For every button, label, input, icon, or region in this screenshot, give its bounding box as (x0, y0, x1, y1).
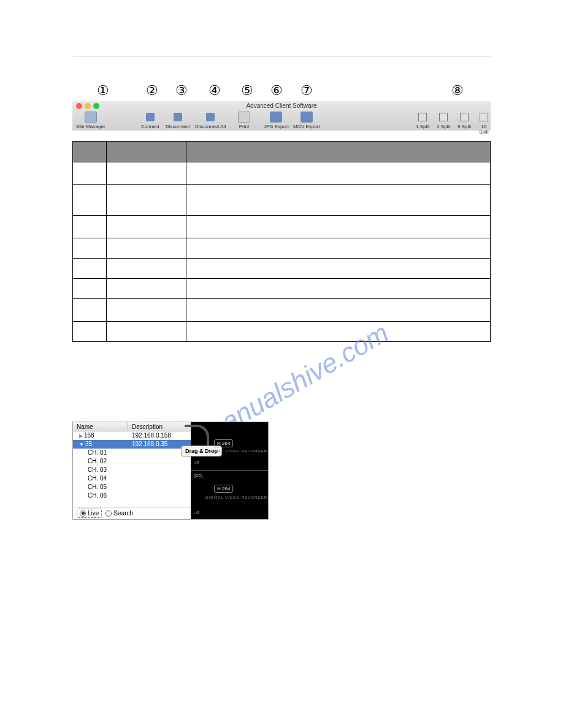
mov-export-button[interactable]: MOV Export (293, 112, 320, 129)
mode-radio-row: Live Search (73, 507, 191, 519)
col-description: Description (128, 422, 191, 431)
split-9-icon (460, 113, 469, 121)
codec-badge: H.264 (214, 439, 233, 447)
connect-label: Connect (141, 124, 159, 129)
table-row (73, 238, 490, 258)
print-label: Print (238, 124, 250, 129)
site-row-desc: 192.168.0.158 (128, 431, 191, 440)
callout-3: ③ (175, 83, 188, 99)
split-4-button[interactable]: 4 Split (437, 112, 450, 129)
site-manager-icon (85, 112, 97, 123)
table-row (73, 258, 490, 278)
off-label: off (194, 460, 199, 464)
window-title: Advanced Client Software (72, 102, 491, 109)
split-1-icon (418, 113, 427, 121)
disconnect-all-label: Disconnect All (195, 124, 226, 129)
print-button[interactable]: Print (238, 112, 250, 129)
table-row (73, 162, 490, 184)
search-radio[interactable]: Search (105, 510, 133, 517)
table-row (73, 215, 490, 238)
site-manager-button[interactable]: Site Manager (76, 112, 105, 129)
site-row-name: 158 (73, 431, 128, 440)
table-row (73, 298, 490, 321)
drag-arrow-icon (185, 425, 209, 446)
connect-button[interactable]: Connect (141, 112, 159, 129)
callout-7: ⑦ (301, 83, 313, 99)
split-16-label: 16 Split (477, 124, 491, 135)
page-divider (72, 56, 491, 57)
site-row-name: 35 (73, 440, 128, 449)
codec-badge: H.264 (214, 485, 233, 493)
channel-row[interactable]: CH. 02 (73, 457, 191, 466)
split-4-label: 4 Split (437, 124, 450, 129)
preview-divider (191, 470, 268, 471)
disconnect-button[interactable]: Disconnect (166, 112, 190, 129)
split-9-button[interactable]: 9 Split (458, 112, 471, 129)
split-9-label: 9 Split (458, 124, 471, 129)
callout-2: ② (146, 83, 158, 99)
site-row[interactable]: 158 192.168.0.158 (73, 431, 191, 440)
table-row (73, 321, 490, 341)
disconnect-label: Disconnect (166, 124, 190, 129)
channel-row[interactable]: CH. 05 (73, 483, 191, 491)
mov-export-icon (301, 112, 313, 123)
recorder-label: DIGITAL VIDEO RECORDER (205, 449, 267, 453)
search-label: Search (113, 510, 133, 517)
channel-row[interactable]: CH. 04 (73, 474, 191, 483)
col-name: Name (73, 422, 128, 431)
channel-05-label: [05] (194, 472, 202, 478)
channel-row[interactable]: CH. 03 (73, 466, 191, 474)
jpg-export-button[interactable]: JPG Export (264, 112, 289, 129)
radio-dot-icon (80, 510, 86, 517)
toolbar: Advanced Client Software Site Manager Co… (72, 101, 491, 131)
split-1-label: 1 Split (416, 124, 429, 129)
split-1-button[interactable]: 1 Split (416, 112, 429, 129)
jpg-export-label: JPG Export (264, 124, 289, 129)
live-label: Live (88, 510, 99, 517)
disconnect-all-button[interactable]: Disconnect All (195, 112, 226, 129)
callout-row: ① ② ③ ④ ⑤ ⑥ ⑦ ⑧ (72, 83, 491, 101)
off-label: off (194, 510, 199, 515)
channel-row[interactable]: CH. 06 (73, 491, 191, 500)
split-16-button[interactable]: 16 Split (477, 112, 491, 135)
recorder-label: DIGITAL VIDEO RECORDER (205, 496, 267, 499)
site-manager-label: Site Manager (76, 124, 105, 129)
print-icon (238, 112, 250, 123)
channel-row[interactable]: CH. 01 (73, 449, 191, 457)
callout-1: ① (97, 83, 109, 99)
reference-table (72, 141, 491, 342)
table-row (73, 278, 490, 298)
split-16-icon (480, 113, 488, 121)
split-4-icon (439, 113, 448, 121)
disconnect-icon (174, 113, 182, 121)
table-row (73, 184, 490, 215)
preview-pane[interactable]: Drag & Drop H.264 DIGITAL VIDEO RECORDER… (191, 422, 268, 519)
disconnect-all-icon (206, 113, 215, 121)
live-radio[interactable]: Live (77, 509, 102, 518)
mov-export-label: MOV Export (293, 124, 320, 129)
site-list-header: Name Description (73, 422, 191, 431)
callout-5: ⑤ (241, 83, 253, 99)
radio-dot-icon (105, 510, 112, 517)
callout-4: ④ (209, 83, 221, 99)
table-header-row (73, 142, 490, 162)
site-list-body: 158 192.168.0.158 35 192.168.0.35 CH. 01… (73, 431, 191, 507)
callout-8: ⑧ (451, 83, 464, 99)
site-row-selected[interactable]: 35 192.168.0.35 (73, 440, 191, 449)
jpg-export-icon (270, 112, 282, 123)
callout-6: ⑥ (270, 83, 283, 99)
site-list-panel: Name Description 158 192.168.0.158 35 19… (72, 422, 269, 520)
site-list-left: Name Description 158 192.168.0.158 35 19… (73, 422, 191, 519)
connect-icon (146, 113, 155, 121)
